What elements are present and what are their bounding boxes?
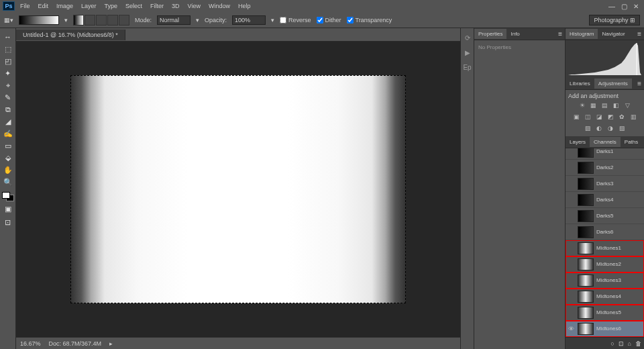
channel-midtones3[interactable]: Midtones3 — [566, 272, 644, 289]
mode-select[interactable]: Normal — [157, 15, 191, 25]
channel-darks4[interactable]: Darks4 — [566, 192, 644, 208]
adjustment-button[interactable]: ◫ — [584, 113, 592, 120]
maximize-icon[interactable]: ▢ — [619, 2, 629, 10]
tool-2[interactable]: ◰ — [1, 55, 15, 67]
channel-darks1[interactable]: Darks1 — [566, 148, 644, 160]
tab-properties[interactable]: Properties — [474, 29, 506, 39]
tab-layers[interactable]: Layers — [566, 137, 590, 147]
minimize-icon[interactable]: — — [606, 2, 617, 10]
adjustment-button[interactable]: ▽ — [623, 101, 632, 109]
zoom-level[interactable]: 16.67% — [20, 340, 41, 347]
tool-12[interactable]: 🔍 — [1, 176, 15, 188]
gradient-angle-button[interactable] — [96, 15, 107, 26]
screenmode-icon[interactable]: ⊡ — [1, 216, 15, 228]
adjustment-button[interactable]: ◑ — [606, 124, 615, 132]
color-swatch[interactable] — [2, 192, 14, 201]
extension-icon[interactable]: Ep — [462, 62, 473, 72]
delete-channel-icon[interactable]: 🗑 — [635, 340, 641, 347]
adjustment-button[interactable]: ◧ — [612, 101, 621, 109]
opacity-input[interactable]: 100% — [232, 15, 266, 25]
dropdown-icon[interactable]: ▾ — [64, 17, 68, 23]
gradient-preview[interactable] — [19, 15, 59, 25]
adjustment-button[interactable]: ◪ — [595, 113, 604, 120]
close-icon[interactable]: ✕ — [631, 2, 641, 10]
tool-10[interactable]: ⬙ — [1, 152, 15, 164]
tool-9[interactable]: ▭ — [1, 140, 15, 152]
adjustment-button[interactable]: ▣ — [572, 113, 581, 120]
adjustment-button[interactable]: ✿ — [618, 113, 627, 120]
adjustment-button[interactable]: ▤ — [600, 101, 609, 109]
gradient-radial-button[interactable] — [85, 15, 95, 26]
save-selection-icon[interactable]: ⊡ — [619, 340, 624, 347]
menu-window[interactable]: Window — [205, 1, 234, 11]
channel-darks2[interactable]: Darks2 — [566, 160, 644, 176]
tool-0[interactable]: ↔ — [1, 31, 15, 43]
panel-menu-icon[interactable]: ≡ — [555, 30, 565, 38]
document-tab[interactable]: Untitled-1 @ 16.7% (Midtones6/8) * — [16, 30, 125, 40]
history-icon[interactable]: ⟳ — [462, 32, 473, 43]
tab-info[interactable]: Info — [506, 29, 523, 39]
menu-file[interactable]: File — [16, 1, 34, 11]
menu-layer[interactable]: Layer — [77, 1, 101, 11]
menu-image[interactable]: Image — [52, 1, 77, 11]
gradient-linear-button[interactable] — [73, 15, 84, 26]
tab-histogram[interactable]: Histogram — [566, 29, 598, 39]
gradient-tool-icon[interactable]: ▦▾ — [4, 17, 13, 23]
visibility-icon[interactable]: 👁 — [567, 326, 575, 332]
gradient-diamond-button[interactable] — [119, 15, 129, 26]
canvas[interactable] — [70, 75, 406, 303]
new-channel-icon[interactable]: ⌂ — [628, 340, 631, 347]
menu-type[interactable]: Type — [101, 1, 122, 11]
dither-checkbox[interactable]: Dither — [317, 17, 341, 23]
tab-navigator[interactable]: Navigator — [598, 29, 629, 39]
channel-midtones1[interactable]: Midtones1 — [566, 240, 644, 256]
adjustment-button[interactable]: ▧ — [618, 124, 627, 132]
gradient-reflected-button[interactable] — [107, 15, 118, 26]
status-arrow-icon[interactable]: ▸ — [109, 340, 113, 347]
tab-paths[interactable]: Paths — [621, 137, 642, 147]
channel-midtones6[interactable]: 👁Midtones6 — [566, 321, 644, 337]
channels-list[interactable]: 👁RGBCtrl+2RedCtrl+3GreenCtrl+4BlueCtrl+5… — [566, 148, 644, 337]
tab-channels[interactable]: Channels — [590, 137, 621, 147]
tab-libraries[interactable]: Libraries — [566, 79, 594, 89]
channel-midtones2[interactable]: Midtones2 — [566, 256, 644, 272]
channel-midtones5[interactable]: Midtones5 — [566, 305, 644, 321]
adjustment-button[interactable]: ◐ — [595, 124, 604, 132]
tool-11[interactable]: ✋ — [1, 164, 15, 176]
reverse-checkbox[interactable]: Reverse — [280, 17, 311, 23]
tool-6[interactable]: ⧉ — [1, 103, 15, 115]
channel-darks5[interactable]: Darks5 — [566, 208, 644, 224]
panel-menu-icon[interactable]: ≡ — [635, 80, 644, 87]
tool-8[interactable]: ✍ — [1, 128, 15, 140]
channel-darks3[interactable]: Darks3 — [566, 176, 644, 192]
tool-3[interactable]: ✦ — [1, 67, 15, 79]
channel-midtones4[interactable]: Midtones4 — [566, 289, 644, 305]
menu-view[interactable]: View — [184, 1, 205, 11]
tool-5[interactable]: ✎ — [1, 91, 15, 103]
load-selection-icon[interactable]: ○ — [610, 340, 614, 347]
tool-7[interactable]: ◢ — [1, 115, 15, 128]
doc-size[interactable]: Doc: 68.7M/367.4M — [49, 340, 102, 347]
channel-darks6[interactable]: Darks6 — [566, 224, 644, 240]
actions-icon[interactable]: ▶ — [462, 47, 473, 58]
adjustment-button[interactable]: ◩ — [606, 113, 615, 120]
adjustment-button[interactable]: ▨ — [584, 124, 592, 132]
quickmask-icon[interactable]: ▣ — [1, 203, 15, 215]
menu-edit[interactable]: Edit — [34, 1, 53, 11]
transparency-checkbox[interactable]: Transparency — [347, 17, 392, 23]
dropdown-icon[interactable]: ▾ — [196, 17, 199, 23]
tab-adjustments[interactable]: Adjustments — [594, 79, 632, 89]
menu-3d[interactable]: 3D — [168, 1, 184, 11]
dropdown-icon[interactable]: ▾ — [271, 17, 274, 23]
menu-select[interactable]: Select — [121, 1, 146, 11]
menu-help[interactable]: Help — [234, 1, 255, 11]
tool-1[interactable]: ⬚ — [1, 43, 15, 55]
panel-menu-icon[interactable]: ≡ — [635, 30, 644, 38]
canvas-viewport[interactable] — [16, 42, 460, 337]
tool-4[interactable]: ⌖ — [1, 79, 15, 91]
adjustment-button[interactable]: ☀ — [578, 101, 586, 109]
menu-filter[interactable]: Filter — [146, 1, 168, 11]
adjustment-button[interactable]: ▦ — [589, 101, 598, 109]
adjustment-button[interactable]: ▥ — [629, 113, 638, 120]
foreground-color[interactable] — [2, 192, 10, 199]
